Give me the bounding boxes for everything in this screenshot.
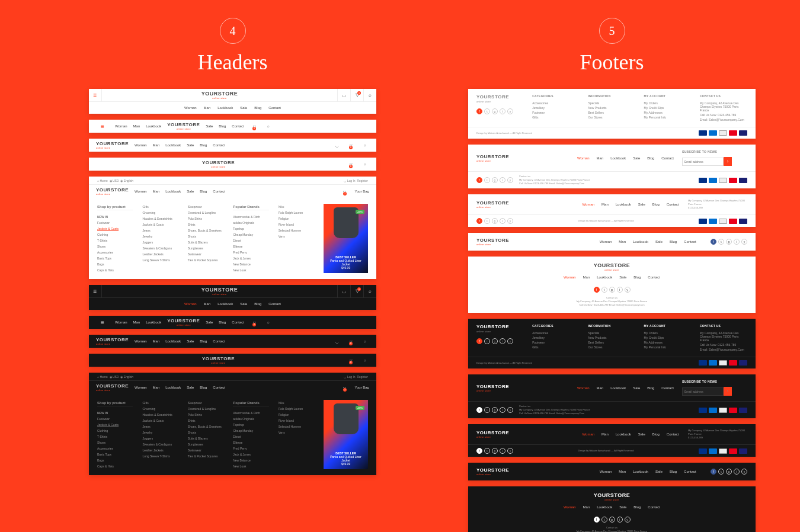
mega-item[interactable]: Sweaters & Cardigans bbox=[142, 245, 178, 251]
mega-item[interactable]: Ties & Pocket Squares bbox=[188, 453, 223, 459]
mega-item[interactable]: Bags bbox=[97, 457, 133, 463]
logo[interactable]: YOURSTOREonline store bbox=[102, 287, 337, 296]
footer-link[interactable]: Jewellery bbox=[532, 105, 580, 110]
mega-item[interactable]: New Balance bbox=[233, 261, 268, 267]
mega-item[interactable]: Basic Tops bbox=[97, 451, 133, 457]
mega-item[interactable]: Long Sleeve T-Shirts bbox=[142, 257, 178, 263]
mega-item[interactable]: Fred Perry bbox=[233, 446, 268, 451]
mega-item[interactable]: Shirts bbox=[188, 222, 223, 227]
login-link[interactable]: ◡ Log In bbox=[344, 179, 355, 182]
menu-icon[interactable]: ≡ bbox=[89, 89, 102, 102]
mega-item[interactable]: Shoes, Boots & Sneakers bbox=[188, 424, 223, 430]
mega-item[interactable]: Gifts bbox=[142, 400, 178, 406]
mega-item[interactable]: Leather Jackets bbox=[142, 251, 178, 257]
footer-link[interactable]: Our Stores bbox=[588, 345, 635, 350]
footer-link[interactable]: Email: Sales@Yourcompany.Com bbox=[700, 117, 747, 122]
footer-link[interactable]: My Credit Slips bbox=[644, 105, 692, 110]
mega-item[interactable]: River Island bbox=[279, 222, 314, 227]
mega-promo[interactable]: -20% BEST SELLERParka and Quilted Liner … bbox=[324, 204, 368, 273]
mega-item[interactable]: Diesel bbox=[233, 238, 268, 243]
mega-item[interactable]: Nike bbox=[279, 400, 314, 406]
mega-item[interactable]: Swimwear bbox=[188, 447, 223, 453]
mega-item[interactable]: Shirts bbox=[188, 418, 223, 424]
mega-item[interactable]: Religion bbox=[279, 216, 314, 222]
footer-link[interactable]: Accessories bbox=[532, 101, 580, 105]
mega-item[interactable]: Polo Ralph Lauren bbox=[279, 406, 314, 412]
mega-item[interactable]: Jewelry bbox=[142, 233, 178, 239]
menu-icon[interactable]: ≡ bbox=[96, 120, 109, 133]
mega-item[interactable]: New Look bbox=[233, 267, 268, 273]
mega-item[interactable]: Suits & Blazers bbox=[188, 239, 223, 245]
search-icon[interactable]: ⌕ bbox=[264, 124, 273, 128]
footer-link[interactable]: My Addresses bbox=[644, 110, 692, 115]
mega-item[interactable]: Ellesse bbox=[233, 440, 268, 446]
footer-link[interactable]: Specials bbox=[588, 331, 635, 335]
cart-icon[interactable]: ▽0 bbox=[350, 285, 363, 297]
mega-item[interactable]: Caps & Hats bbox=[97, 267, 133, 273]
footer-link[interactable]: My Personal Info bbox=[644, 345, 692, 350]
mega-item[interactable]: NEW IN bbox=[97, 410, 133, 416]
mega-item[interactable]: Caps & Hats bbox=[97, 463, 133, 469]
mega-item[interactable]: Accessories bbox=[97, 249, 133, 255]
mega-item[interactable]: Clothing bbox=[97, 428, 133, 434]
search-icon[interactable]: ⌕ bbox=[361, 143, 369, 147]
footer-link[interactable]: My Credit Slips bbox=[644, 335, 692, 340]
user-icon[interactable]: ◡ bbox=[337, 89, 350, 101]
mega-item[interactable]: Fred Perry bbox=[233, 249, 268, 255]
mega-item[interactable]: New Look bbox=[233, 463, 268, 469]
footer-link[interactable]: Footwear bbox=[532, 340, 580, 345]
logo[interactable]: YOURSTOREonline store bbox=[202, 160, 235, 168]
logo[interactable]: YOURSTOREonline store bbox=[167, 122, 200, 130]
user-icon[interactable]: ◡ bbox=[337, 285, 350, 297]
footer-link[interactable]: Call Us Now: 0123-456-789 bbox=[700, 113, 747, 117]
mega-item[interactable]: Jackets & Coats bbox=[142, 222, 178, 227]
mega-item[interactable]: Religion bbox=[279, 412, 314, 418]
mega-item[interactable]: Leather Jackets bbox=[142, 447, 178, 453]
mega-item[interactable]: Clothing bbox=[97, 232, 133, 238]
footer-link[interactable]: New Products bbox=[588, 335, 635, 340]
mega-item[interactable]: Abercrombie & Fitch bbox=[233, 214, 268, 220]
mega-item[interactable]: Jackets & Coats bbox=[142, 418, 178, 424]
footer-link[interactable]: Call Us Now: 0123-456-789 bbox=[700, 342, 747, 347]
mega-item[interactable]: Grooming bbox=[142, 210, 178, 216]
footer-link[interactable]: Jewellery bbox=[532, 335, 580, 340]
footer-link[interactable]: Gifts bbox=[532, 115, 580, 120]
search-icon[interactable]: ⌕ bbox=[361, 162, 369, 166]
mega-item[interactable]: Vans bbox=[279, 430, 314, 435]
mega-item[interactable]: NEW IN bbox=[97, 214, 133, 220]
mega-item[interactable]: Shoes bbox=[97, 440, 133, 446]
mega-item[interactable]: Grooming bbox=[142, 406, 178, 412]
footer-link[interactable]: My Personal Info bbox=[644, 115, 692, 120]
mega-item[interactable]: Polo Shirts bbox=[188, 216, 223, 222]
mega-item[interactable]: Oversized & Longline bbox=[188, 210, 223, 216]
footer-link[interactable]: Best Sellers bbox=[588, 340, 635, 345]
mega-item[interactable]: Bags bbox=[97, 261, 133, 267]
mega-item[interactable]: adidas Originals bbox=[233, 220, 268, 226]
footer-link[interactable]: Gifts bbox=[532, 345, 580, 350]
mega-item[interactable]: New Balance bbox=[233, 457, 268, 463]
mega-item[interactable]: Topshop bbox=[233, 226, 268, 232]
cart-icon[interactable]: ▽0 bbox=[347, 143, 355, 148]
user-icon[interactable]: ◡ bbox=[332, 143, 341, 148]
mega-item[interactable]: Jack & Jones bbox=[233, 255, 268, 261]
email-field[interactable] bbox=[682, 158, 724, 166]
footer-link[interactable]: My Orders bbox=[644, 101, 692, 105]
logo[interactable]: YOURSTOREonline store bbox=[96, 141, 129, 149]
cart-icon[interactable]: ▽0 bbox=[341, 190, 349, 194]
footer-link[interactable]: Footwear bbox=[532, 110, 580, 115]
mega-item[interactable]: Hoodies & Sweatshirts bbox=[142, 412, 178, 418]
mega-item[interactable]: Joggers bbox=[142, 239, 178, 245]
mega-item[interactable]: Joggers bbox=[142, 435, 178, 441]
mega-item[interactable]: T-Shirts bbox=[97, 238, 133, 243]
mega-item[interactable]: Shorts bbox=[188, 430, 223, 435]
mega-item[interactable]: Jackets & Coats bbox=[97, 226, 133, 232]
cart-icon[interactable]: ▽0 bbox=[347, 162, 355, 166]
mega-item[interactable]: River Island bbox=[279, 418, 314, 424]
footer-link[interactable]: My Addresses bbox=[644, 340, 692, 345]
mega-item[interactable]: Selected Homme bbox=[279, 424, 314, 430]
mega-item[interactable]: Jeans bbox=[142, 227, 178, 233]
menu-icon[interactable]: ≡ bbox=[89, 285, 102, 298]
mega-item[interactable]: Polo Ralph Lauren bbox=[279, 210, 314, 216]
mega-item[interactable]: Ellesse bbox=[233, 243, 268, 249]
mega-item[interactable]: Sleepwear bbox=[188, 204, 223, 210]
